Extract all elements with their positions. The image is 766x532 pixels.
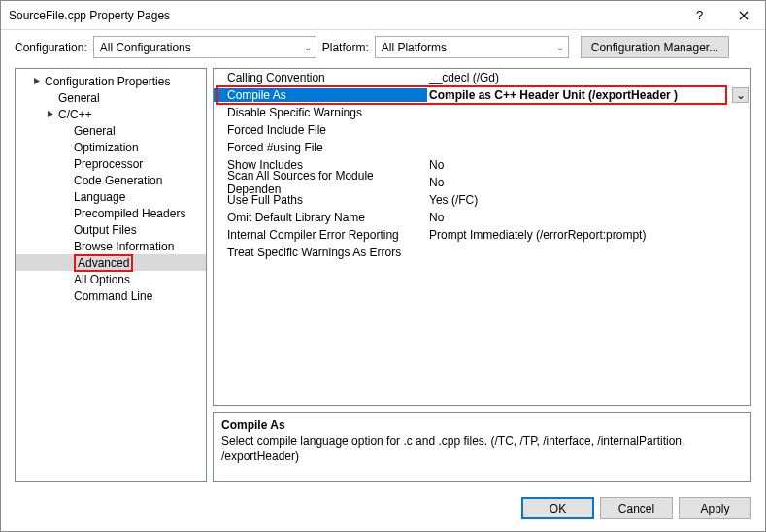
tree-item-general[interactable]: General bbox=[16, 89, 206, 106]
tree-label: C/C++ bbox=[58, 108, 92, 121]
property-name: Compile As bbox=[214, 88, 427, 102]
tree-label: Language bbox=[74, 190, 125, 204]
close-button[interactable] bbox=[721, 1, 765, 30]
property-value[interactable]: Compile as C++ Header Unit (/exportHeade… bbox=[427, 88, 750, 102]
chevron-down-icon: ⌄ bbox=[736, 88, 746, 102]
property-name: Calling Convention bbox=[214, 71, 427, 84]
property-name: Treat Specific Warnings As Errors bbox=[214, 246, 427, 259]
property-name: Internal Compiler Error Reporting bbox=[214, 228, 427, 242]
property-grid[interactable]: Calling Convention __cdecl (/Gd) Compile… bbox=[213, 68, 751, 406]
help-button[interactable]: ? bbox=[678, 1, 721, 30]
dropdown-button[interactable]: ⌄ bbox=[732, 87, 749, 103]
tree-label: Precompiled Headers bbox=[74, 207, 185, 220]
configuration-manager-button[interactable]: Configuration Manager... bbox=[581, 36, 729, 58]
description-text: Select compile language option for .c an… bbox=[221, 434, 743, 464]
configuration-value: All Configurations bbox=[100, 41, 191, 54]
property-row[interactable]: Use Full Paths Yes (/FC) bbox=[214, 191, 750, 209]
titlebar: SourceFile.cpp Property Pages ? bbox=[1, 1, 765, 30]
tree-item-advanced[interactable]: Advanced bbox=[16, 254, 206, 271]
property-name: Omit Default Library Name bbox=[214, 211, 427, 224]
property-pages-dialog: SourceFile.cpp Property Pages ? Configur… bbox=[0, 0, 766, 532]
property-value[interactable]: __cdecl (/Gd) bbox=[427, 71, 750, 84]
description-panel: Compile As Select compile language optio… bbox=[213, 412, 751, 482]
tree-label: Output Files bbox=[74, 223, 137, 237]
tree-label: Optimization bbox=[74, 141, 139, 154]
property-value[interactable]: Yes (/FC) bbox=[427, 193, 750, 207]
apply-button[interactable]: Apply bbox=[679, 497, 751, 519]
window-title: SourceFile.cpp Property Pages bbox=[9, 9, 678, 22]
description-title: Compile As bbox=[221, 418, 743, 432]
property-value[interactable]: Prompt Immediately (/errorReport:prompt) bbox=[427, 228, 750, 242]
tree-label: Advanced bbox=[74, 254, 133, 272]
platform-value: All Platforms bbox=[382, 41, 447, 54]
tree-item-ccpp-general[interactable]: General bbox=[16, 122, 206, 139]
tree-item-output-files[interactable]: Output Files bbox=[16, 221, 206, 238]
chevron-down-icon: ⌄ bbox=[304, 42, 312, 52]
property-row[interactable]: Omit Default Library Name No bbox=[214, 209, 750, 226]
configuration-label: Configuration: bbox=[15, 41, 87, 54]
property-value[interactable]: No bbox=[427, 211, 750, 224]
property-row[interactable]: Scan All Sources for Module Dependen No bbox=[214, 174, 750, 191]
property-row[interactable]: Forced #using File bbox=[214, 139, 750, 156]
dialog-footer: OK Cancel Apply bbox=[1, 489, 765, 531]
ok-button[interactable]: OK bbox=[521, 497, 594, 519]
property-row[interactable]: Internal Compiler Error Reporting Prompt… bbox=[214, 226, 750, 244]
property-name: Scan All Sources for Module Dependen bbox=[214, 169, 427, 196]
configuration-bar: Configuration: All Configurations ⌄ Plat… bbox=[1, 30, 765, 68]
tree-item-browse-information[interactable]: Browse Information bbox=[16, 238, 206, 254]
tree-label: General bbox=[58, 91, 100, 105]
cancel-button[interactable]: Cancel bbox=[600, 497, 673, 519]
property-name: Forced #using File bbox=[214, 141, 427, 154]
tree-label: Configuration Properties bbox=[45, 75, 170, 88]
tree-item-code-generation[interactable]: Code Generation bbox=[16, 172, 206, 188]
tree-item-optimization[interactable]: Optimization bbox=[16, 139, 206, 155]
tree-item-ccpp[interactable]: C/C++ bbox=[16, 106, 206, 122]
platform-dropdown[interactable]: All Platforms ⌄ bbox=[375, 36, 569, 58]
tree-label: Preprocessor bbox=[74, 157, 143, 171]
property-value[interactable]: No bbox=[427, 158, 750, 172]
property-row[interactable]: Calling Convention __cdecl (/Gd) bbox=[214, 69, 750, 86]
tree-item-preprocessor[interactable]: Preprocessor bbox=[16, 155, 206, 172]
property-row[interactable]: Disable Specific Warnings bbox=[214, 104, 750, 121]
property-name: Use Full Paths bbox=[214, 193, 427, 207]
property-name: Forced Include File bbox=[214, 123, 427, 137]
tree-label: General bbox=[74, 124, 116, 138]
tree-item-language[interactable]: Language bbox=[16, 188, 206, 205]
tree-label: Command Line bbox=[74, 289, 152, 303]
tree-item-all-options[interactable]: All Options bbox=[16, 271, 206, 287]
tree-label: Browse Information bbox=[74, 240, 174, 253]
close-icon bbox=[739, 11, 749, 20]
tree-item-command-line[interactable]: Command Line bbox=[16, 287, 206, 304]
tree-item-configuration-properties[interactable]: Configuration Properties bbox=[16, 73, 206, 89]
platform-label: Platform: bbox=[322, 41, 369, 54]
property-row[interactable]: Forced Include File bbox=[214, 121, 750, 139]
tree-label: Code Generation bbox=[74, 174, 162, 187]
property-name: Disable Specific Warnings bbox=[214, 106, 427, 119]
property-row-compile-as[interactable]: Compile As Compile as C++ Header Unit (/… bbox=[214, 86, 750, 104]
expander-open-icon bbox=[31, 76, 43, 87]
property-row[interactable]: Treat Specific Warnings As Errors bbox=[214, 244, 750, 261]
expander-open-icon bbox=[45, 109, 56, 120]
property-value[interactable]: No bbox=[427, 176, 750, 189]
configuration-dropdown[interactable]: All Configurations ⌄ bbox=[93, 36, 316, 58]
dialog-body: Configuration Properties General C/C++ G… bbox=[1, 68, 765, 489]
tree-item-precompiled-headers[interactable]: Precompiled Headers bbox=[16, 205, 206, 221]
chevron-down-icon: ⌄ bbox=[556, 42, 564, 52]
right-panel: Calling Convention __cdecl (/Gd) Compile… bbox=[213, 68, 751, 482]
tree-label: All Options bbox=[74, 273, 130, 286]
navigation-tree[interactable]: Configuration Properties General C/C++ G… bbox=[15, 68, 207, 482]
